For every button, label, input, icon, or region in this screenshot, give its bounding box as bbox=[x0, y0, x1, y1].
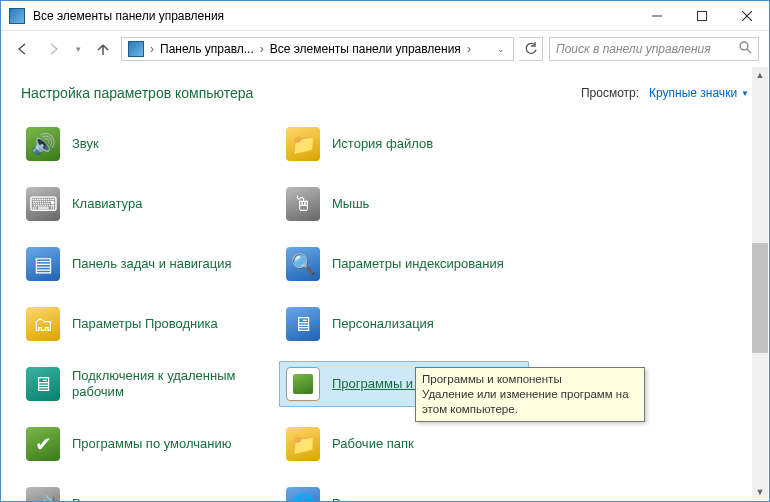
view-label: Просмотр: bbox=[581, 86, 639, 100]
page-title: Настройка параметров компьютера bbox=[21, 85, 253, 101]
item-keyboard[interactable]: ⌨Клавиатура bbox=[19, 181, 269, 227]
item-work-folders[interactable]: 📁Рабочие папк bbox=[279, 421, 529, 467]
item-label: Панель задач и навигация bbox=[72, 256, 232, 272]
item-label: Распознавание речи bbox=[72, 496, 196, 502]
view-value[interactable]: Крупные значки ▼ bbox=[649, 86, 749, 100]
item-taskbar[interactable]: ▤Панель задач и навигация bbox=[19, 241, 269, 287]
item-label: История файлов bbox=[332, 136, 433, 152]
scroll-up-button[interactable]: ▲ bbox=[752, 67, 768, 83]
item-sound[interactable]: 🔊Звук bbox=[19, 121, 269, 167]
vertical-scrollbar[interactable]: ▲ ▼ bbox=[752, 67, 768, 500]
programs-icon bbox=[286, 367, 320, 401]
breadcrumb-seg-1[interactable]: Панель управл... bbox=[156, 42, 258, 56]
refresh-icon bbox=[524, 42, 538, 56]
speaker-icon: 🔊 bbox=[26, 127, 60, 161]
tooltip-body: Удаление или изменение программ на этом … bbox=[422, 387, 638, 417]
item-label: Персонализация bbox=[332, 316, 434, 332]
item-label: Параметры индексирования bbox=[332, 256, 504, 272]
arrow-left-icon bbox=[16, 42, 30, 56]
item-label: Параметры Проводника bbox=[72, 316, 218, 332]
view-selector: Просмотр: Крупные значки ▼ bbox=[581, 86, 749, 100]
folder-options-icon: 🗂 bbox=[26, 307, 60, 341]
scroll-track[interactable] bbox=[752, 83, 768, 484]
keyboard-icon: ⌨ bbox=[26, 187, 60, 221]
svg-point-4 bbox=[740, 42, 748, 50]
item-file-history[interactable]: 📁История файлов bbox=[279, 121, 529, 167]
item-label: Звук bbox=[72, 136, 99, 152]
chevron-right-icon[interactable]: › bbox=[465, 42, 473, 56]
search-icon: 🔍 bbox=[286, 247, 320, 281]
item-explorer-options[interactable]: 🗂Параметры Проводника bbox=[19, 301, 269, 347]
breadcrumb[interactable]: › Панель управл... › Все элементы панели… bbox=[121, 37, 514, 61]
back-button[interactable] bbox=[11, 37, 35, 61]
tooltip: Программы и компоненты Удаление или изме… bbox=[415, 367, 645, 422]
minimize-button[interactable] bbox=[634, 1, 679, 31]
close-icon bbox=[742, 11, 752, 21]
close-button[interactable] bbox=[724, 1, 769, 31]
up-button[interactable] bbox=[91, 37, 115, 61]
item-label: Подключения к удаленным рабочим bbox=[72, 368, 262, 401]
view-value-text: Крупные значки bbox=[649, 86, 737, 100]
chevron-right-icon[interactable]: › bbox=[148, 42, 156, 56]
maximize-button[interactable] bbox=[679, 1, 724, 31]
arrow-right-icon bbox=[46, 42, 60, 56]
mouse-icon: 🖱 bbox=[286, 187, 320, 221]
page-header: Настройка параметров компьютера Просмотр… bbox=[1, 67, 769, 101]
item-label: Клавиатура bbox=[72, 196, 142, 212]
item-indexing[interactable]: 🔍Параметры индексирования bbox=[279, 241, 529, 287]
svg-line-5 bbox=[747, 49, 751, 53]
item-personalization[interactable]: 🖥Персонализация bbox=[279, 301, 529, 347]
defaults-icon: ✔ bbox=[26, 427, 60, 461]
chevron-down-icon: ▼ bbox=[741, 89, 749, 98]
refresh-button[interactable] bbox=[519, 37, 543, 61]
taskbar-icon: ▤ bbox=[26, 247, 60, 281]
chevron-right-icon[interactable]: › bbox=[258, 42, 266, 56]
scroll-thumb[interactable] bbox=[752, 243, 768, 353]
arrow-up-icon bbox=[96, 42, 110, 56]
recent-button[interactable]: ▾ bbox=[71, 37, 85, 61]
folder-clock-icon: 📁 bbox=[286, 127, 320, 161]
search-placeholder: Поиск в панели управления bbox=[556, 42, 711, 56]
work-folders-icon: 📁 bbox=[286, 427, 320, 461]
nav-row: ▾ › Панель управл... › Все элементы пане… bbox=[1, 31, 769, 67]
app-icon bbox=[9, 8, 25, 24]
breadcrumb-seg-2[interactable]: Все элементы панели управления bbox=[266, 42, 465, 56]
item-remote-connections[interactable]: 🖥Подключения к удаленным рабочим bbox=[19, 361, 269, 407]
item-default-programs[interactable]: ✔Программы по умолчанию bbox=[19, 421, 269, 467]
monitor-icon: 🖥 bbox=[286, 307, 320, 341]
item-label: Программы по умолчанию bbox=[72, 436, 231, 452]
item-mouse[interactable]: 🖱Мышь bbox=[279, 181, 529, 227]
globe-clock-icon: 🌐 bbox=[286, 487, 320, 502]
chevron-down-icon[interactable]: ⌄ bbox=[491, 44, 511, 54]
items-grid: 🔊Звук 📁История файлов ⌨Клавиатура 🖱Мышь … bbox=[1, 101, 769, 502]
svg-rect-1 bbox=[697, 11, 706, 20]
title-bar: Все элементы панели управления bbox=[1, 1, 769, 31]
microphone-icon: 🎤 bbox=[26, 487, 60, 502]
tooltip-title: Программы и компоненты bbox=[422, 372, 638, 387]
scroll-down-button[interactable]: ▼ bbox=[752, 484, 768, 500]
window-title: Все элементы панели управления bbox=[33, 9, 634, 23]
control-panel-icon bbox=[128, 41, 144, 57]
maximize-icon bbox=[697, 11, 707, 21]
item-speech[interactable]: 🎤Распознавание речи bbox=[19, 481, 269, 502]
item-label: Мышь bbox=[332, 196, 369, 212]
search-icon[interactable] bbox=[739, 41, 752, 57]
forward-button[interactable] bbox=[41, 37, 65, 61]
item-region[interactable]: 🌐Региональные стандарты bbox=[279, 481, 529, 502]
remote-icon: 🖥 bbox=[26, 367, 60, 401]
search-input[interactable]: Поиск в панели управления bbox=[549, 37, 759, 61]
item-label: Рабочие папк bbox=[332, 436, 414, 452]
item-label: Региональные стандарты bbox=[332, 496, 486, 502]
minimize-icon bbox=[652, 11, 662, 21]
